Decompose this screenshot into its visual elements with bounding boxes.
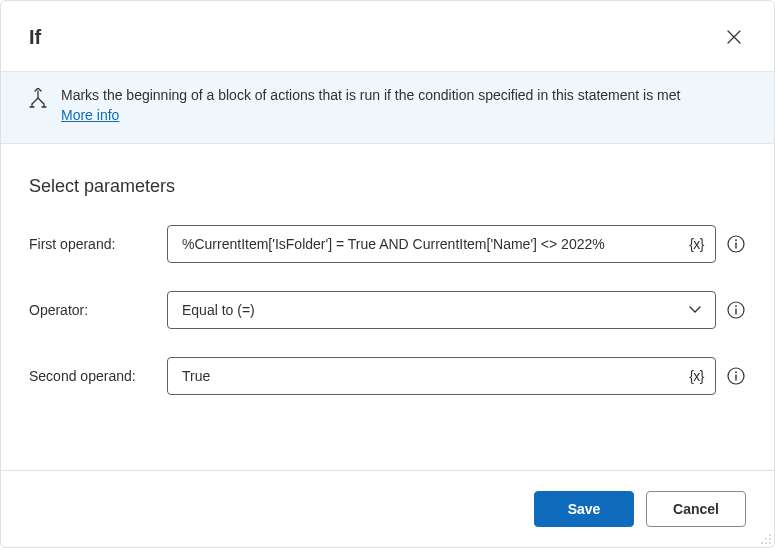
svg-point-10 (765, 542, 767, 544)
section-title: Select parameters (29, 176, 746, 197)
operator-row: Operator: Equal to (=) (29, 291, 746, 329)
dialog-footer: Save Cancel (1, 470, 774, 547)
svg-point-8 (769, 538, 771, 540)
second-operand-label: Second operand: (29, 368, 157, 384)
operator-label: Operator: (29, 302, 157, 318)
close-icon (727, 30, 741, 44)
second-operand-wrap: {x} (167, 357, 716, 395)
variable-picker-button[interactable]: {x} (685, 366, 708, 386)
dialog-header: If (1, 1, 774, 71)
first-operand-wrap: {x} (167, 225, 716, 263)
info-icon[interactable] (726, 366, 746, 386)
first-operand-row: First operand: {x} (29, 225, 746, 263)
svg-point-9 (761, 542, 763, 544)
info-banner: Marks the beginning of a block of action… (1, 71, 774, 144)
close-button[interactable] (718, 21, 750, 53)
save-button[interactable]: Save (534, 491, 634, 527)
svg-point-7 (765, 538, 767, 540)
info-icon[interactable] (726, 234, 746, 254)
branch-icon (29, 88, 47, 111)
more-info-link[interactable]: More info (61, 107, 119, 123)
info-text: Marks the beginning of a block of action… (61, 86, 680, 125)
second-operand-input[interactable] (167, 357, 716, 395)
variable-picker-button[interactable]: {x} (685, 234, 708, 254)
info-icon[interactable] (726, 300, 746, 320)
first-operand-label: First operand: (29, 236, 157, 252)
operator-select[interactable]: Equal to (=) (167, 291, 716, 329)
svg-point-6 (769, 534, 771, 536)
svg-point-5 (735, 371, 737, 373)
cancel-button[interactable]: Cancel (646, 491, 746, 527)
svg-point-1 (735, 239, 737, 241)
dialog-content: Select parameters First operand: {x} Ope… (1, 144, 774, 470)
operator-wrap: Equal to (=) (167, 291, 716, 329)
resize-grip[interactable] (760, 533, 772, 545)
second-operand-row: Second operand: {x} (29, 357, 746, 395)
info-description: Marks the beginning of a block of action… (61, 87, 680, 103)
svg-point-3 (735, 305, 737, 307)
dialog-title: If (29, 26, 41, 49)
svg-point-11 (769, 542, 771, 544)
first-operand-input[interactable] (167, 225, 716, 263)
